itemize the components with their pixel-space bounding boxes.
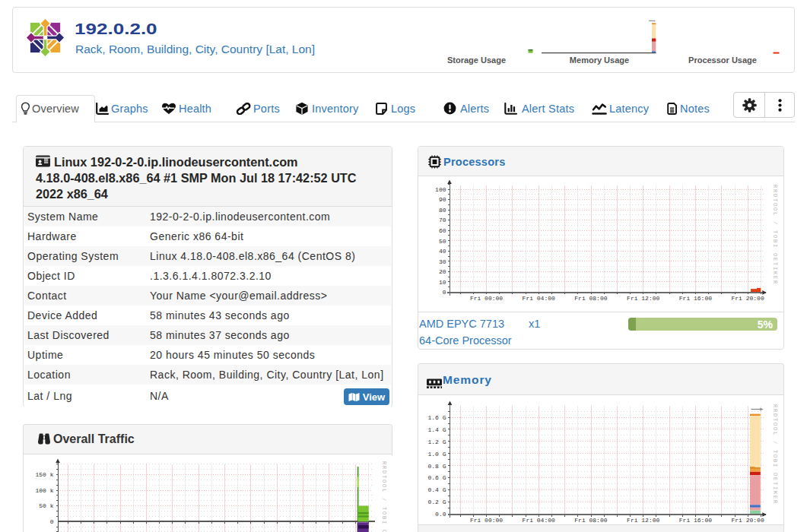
svg-text:Memory Usage: Memory Usage — [570, 55, 629, 65]
svg-text:Processor Usage: Processor Usage — [688, 55, 757, 65]
svg-text:Storage Usage: Storage Usage — [447, 55, 506, 65]
